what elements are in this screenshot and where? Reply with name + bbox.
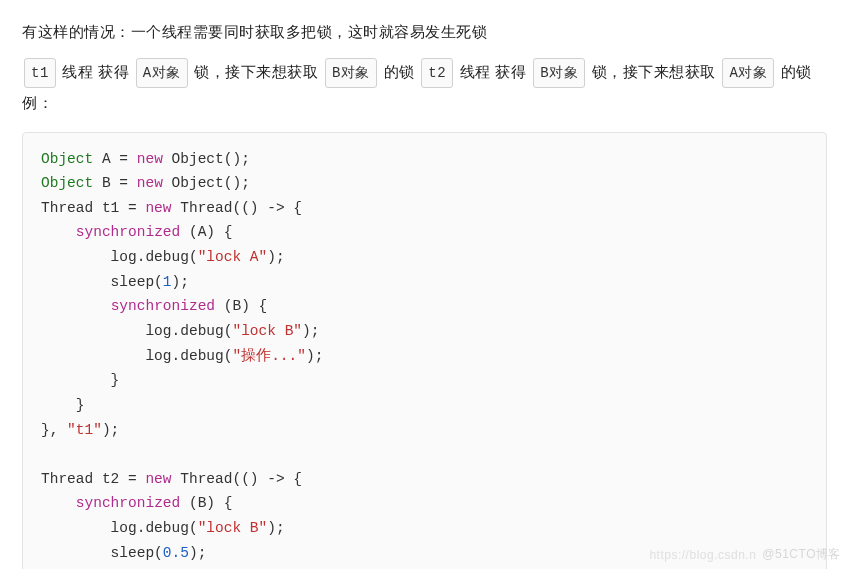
code-token: log.debug( (41, 323, 232, 339)
code-token (41, 495, 76, 511)
code-token: }, (41, 422, 67, 438)
watermark: https://blog.csdn.n @51CTO博客 (649, 546, 841, 563)
code-token: } (41, 372, 119, 388)
code-token: ); (172, 274, 189, 290)
text-seg: 锁，接下来想获取 (190, 63, 323, 80)
code-token: Object (41, 175, 93, 191)
code-token: "t1" (67, 422, 102, 438)
code-token: log.debug( (41, 249, 198, 265)
code-token: log.debug( (41, 348, 232, 364)
code-token: Thread t1 = (41, 200, 145, 216)
code-token: ); (267, 249, 284, 265)
code-token: ); (189, 545, 206, 561)
code-token: "lock B" (198, 520, 268, 536)
code-token: synchronized (111, 298, 215, 314)
code-block: Object A = new Object(); Object B = new … (22, 132, 827, 570)
code-token: Thread(() -> { (172, 471, 303, 487)
code-token: Thread(() -> { (172, 200, 303, 216)
chip-t1: t1 (24, 58, 56, 88)
code-token: "操作..." (232, 348, 306, 364)
code-token: synchronized (76, 224, 180, 240)
chip-t2: t2 (421, 58, 453, 88)
code-token: new (145, 200, 171, 216)
code-token: (B) { (215, 298, 267, 314)
chip-b-obj-2: B对象 (533, 58, 585, 88)
code-token: "lock A" (198, 249, 268, 265)
code-token (41, 224, 76, 240)
code-token: synchronized (76, 495, 180, 511)
code-token (41, 298, 111, 314)
chip-b-obj: B对象 (325, 58, 377, 88)
code-token: (B) { (180, 495, 232, 511)
code-token: Object (41, 151, 93, 167)
text-seg: 线程 获得 (58, 63, 134, 80)
code-token: (A) { (180, 224, 232, 240)
code-token: sleep( (41, 545, 163, 561)
code-token: Thread t2 = (41, 471, 145, 487)
code-token: new (137, 175, 163, 191)
code-token: sleep( (41, 274, 163, 290)
watermark-url: https://blog.csdn.n (649, 548, 756, 562)
code-token: Object(); (163, 175, 250, 191)
code-token: } (41, 397, 85, 413)
intro-paragraph: 有这样的情况：一个线程需要同时获取多把锁，这时就容易发生死锁 (22, 18, 827, 47)
code-token: ); (302, 323, 319, 339)
text-seg: 线程 获得 (455, 63, 531, 80)
code-token: ); (267, 520, 284, 536)
watermark-brand: @51CTO博客 (762, 546, 841, 563)
text-seg: 的锁 (379, 63, 419, 80)
code-token: 0.5 (163, 545, 189, 561)
code-token: A = (93, 151, 137, 167)
code-token: Object(); (163, 151, 250, 167)
text-seg: 锁，接下来想获取 (587, 63, 720, 80)
description-line: t1 线程 获得 A对象 锁，接下来想获取 B对象 的锁 t2 线程 获得 B对… (22, 57, 827, 118)
code-token: 1 (163, 274, 172, 290)
chip-a-obj-2: A对象 (722, 58, 774, 88)
code-token: ); (306, 348, 323, 364)
code-token: new (145, 471, 171, 487)
code-token: B = (93, 175, 137, 191)
code-token: ); (102, 422, 119, 438)
code-token: "lock B" (232, 323, 302, 339)
chip-a-obj: A对象 (136, 58, 188, 88)
code-token: new (137, 151, 163, 167)
code-token: log.debug( (41, 520, 198, 536)
